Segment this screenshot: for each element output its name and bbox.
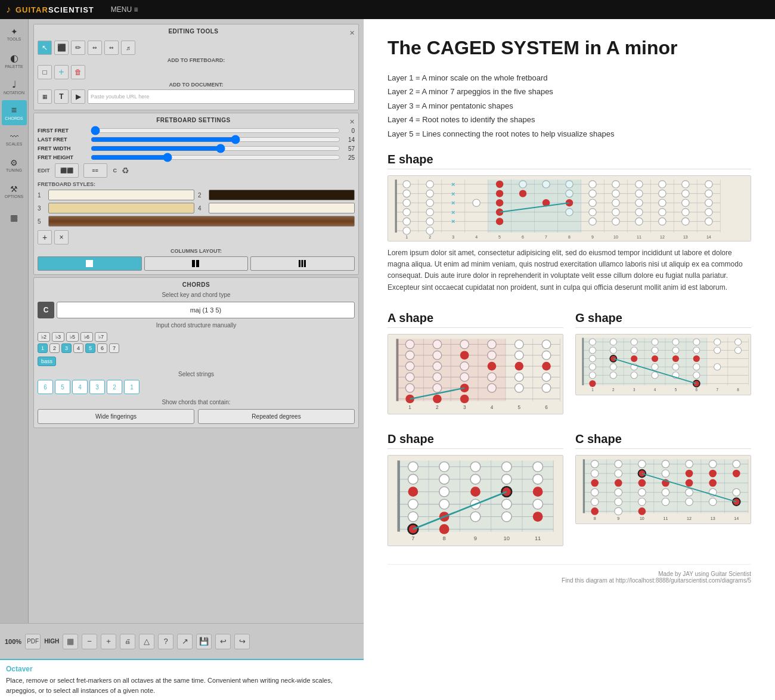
svg-point-148 <box>460 395 469 404</box>
chord-key[interactable]: C <box>38 302 54 318</box>
style-2[interactable] <box>209 190 355 200</box>
degree-5[interactable]: 5 <box>85 343 95 353</box>
svg-point-100 <box>496 218 503 225</box>
add-plus[interactable]: + <box>54 65 69 79</box>
degree-b6[interactable]: ♭6 <box>80 332 93 342</box>
recycle-icon[interactable]: ♻ <box>122 166 129 175</box>
edit-style-btn[interactable]: ≡≡ <box>83 163 107 178</box>
svg-text:6: 6 <box>696 388 698 392</box>
svg-point-237 <box>408 461 418 472</box>
rect-tool[interactable]: ⬛ <box>54 41 69 55</box>
fret-width-slider[interactable] <box>91 145 340 152</box>
svg-point-200 <box>693 372 700 379</box>
style-4[interactable] <box>209 203 355 213</box>
string-5[interactable]: 5 <box>55 380 70 394</box>
doc-play[interactable]: ▶ <box>71 89 85 104</box>
svg-point-142 <box>542 383 551 392</box>
select-tool[interactable]: ↖ <box>38 41 52 55</box>
audio-tool[interactable]: ♬ <box>121 41 135 55</box>
link-tool-1[interactable]: ⇔ <box>88 41 102 55</box>
string-3[interactable]: 3 <box>89 380 105 394</box>
degree-bass[interactable]: bass <box>38 357 56 366</box>
col-layout-2[interactable] <box>144 256 249 271</box>
style-1[interactable] <box>48 190 194 200</box>
svg-point-77 <box>659 199 666 206</box>
svg-point-47 <box>403 227 410 234</box>
close-fretboard-settings[interactable]: ✕ <box>349 118 355 126</box>
repeated-degrees-btn[interactable]: Repeated degrees <box>198 409 355 424</box>
content-area: The CAGED SYSTEM in A minor Layer 1 = A … <box>364 19 775 700</box>
string-2[interactable]: 2 <box>107 380 122 394</box>
zoom-out-btn[interactable]: − <box>82 634 97 649</box>
sidebar-item-chords[interactable]: ≡ CHORDS <box>2 100 27 125</box>
svg-point-82 <box>682 199 689 206</box>
grid-btn[interactable]: ▦ <box>63 634 78 649</box>
svg-point-189 <box>652 339 658 345</box>
pdf-btn[interactable]: PDF <box>25 634 41 649</box>
degree-b3[interactable]: ♭3 <box>52 332 64 342</box>
svg-text:×: × <box>451 218 455 225</box>
col-layout-3[interactable] <box>250 256 355 271</box>
undo-btn[interactable]: ↩ <box>215 634 231 649</box>
degree-7[interactable]: 7 <box>109 343 119 353</box>
sidebar-item-palette[interactable]: ◐ PALETTE <box>2 48 27 73</box>
degree-b2[interactable]: ♭2 <box>38 332 50 342</box>
string-1[interactable]: 1 <box>124 380 140 394</box>
svg-point-316 <box>638 507 646 515</box>
doc-grid[interactable]: ▦ <box>38 89 52 104</box>
edit-all-btn[interactable]: ⬛⬛ <box>55 163 79 178</box>
redo-btn[interactable]: ↪ <box>234 634 250 649</box>
svg-point-320 <box>709 469 717 477</box>
last-fret-slider[interactable] <box>91 136 340 143</box>
sidebar-item-tuning[interactable]: ⚙ TUNING <box>2 153 27 178</box>
degree-1[interactable]: 1 <box>38 343 48 353</box>
fret-height-slider[interactable] <box>91 154 340 161</box>
remove-style-btn[interactable]: × <box>54 230 69 244</box>
first-fret-slider[interactable] <box>91 127 340 134</box>
svg-point-61 <box>589 190 596 197</box>
chord-type[interactable]: maj (1 3 5) <box>57 302 355 318</box>
svg-point-303 <box>686 460 693 468</box>
save-btn[interactable]: 💾 <box>196 634 212 649</box>
sidebar-item-notation[interactable]: ♩ NOTATION <box>2 74 27 99</box>
wide-fingerings-btn[interactable]: Wide fingerings <box>38 409 194 424</box>
share-btn[interactable]: ↗ <box>177 634 193 649</box>
sidebar-item-scales[interactable]: 〰 SCALES <box>2 126 27 151</box>
string-4[interactable]: 4 <box>72 380 88 394</box>
menu-button[interactable]: MENU ≡ <box>111 5 138 14</box>
degree-3[interactable]: 3 <box>61 343 72 353</box>
content-footer: Made by JAY using Guitar Scientist Find … <box>388 564 751 584</box>
svg-point-292 <box>615 469 622 477</box>
triangle-btn[interactable]: △ <box>139 634 154 649</box>
sidebar-item-options[interactable]: ⚒ OPTIONS <box>2 179 27 204</box>
degree-b7[interactable]: ♭7 <box>95 332 107 342</box>
string-6[interactable]: 6 <box>38 380 53 394</box>
pencil-tool[interactable]: ✏ <box>71 41 85 55</box>
add-delete[interactable]: 🗑 <box>71 65 85 79</box>
doc-text[interactable]: T <box>54 89 69 104</box>
youtube-url-input[interactable]: Paste youtube URL here <box>88 89 355 104</box>
e-shape-description: Lorem ipsum dolor sit amet, consectetur … <box>388 247 751 293</box>
style-3[interactable] <box>48 203 194 213</box>
svg-point-66 <box>612 190 619 197</box>
close-editing-tools[interactable]: ✕ <box>349 29 355 37</box>
show-chords-label: Show chords that contain: <box>38 399 355 405</box>
degree-6[interactable]: 6 <box>97 343 107 353</box>
link-tool-2[interactable]: ⇔ <box>104 41 119 55</box>
svg-point-290 <box>591 498 599 506</box>
degree-4[interactable]: 4 <box>73 343 83 353</box>
add-rect[interactable]: □ <box>38 65 52 79</box>
add-style-btn[interactable]: + <box>38 230 52 244</box>
print-btn[interactable]: 🖨 <box>120 634 135 649</box>
sidebar-item-tools[interactable]: ✦ TOOLS <box>2 21 27 47</box>
degree-2[interactable]: 2 <box>49 343 60 353</box>
help-btn[interactable]: ? <box>158 634 173 649</box>
svg-point-42 <box>403 181 410 188</box>
style-5[interactable] <box>48 216 355 227</box>
zoom-in-btn[interactable]: + <box>101 634 116 649</box>
sidebar-item-textures[interactable]: ▦ <box>2 205 27 230</box>
svg-point-297 <box>638 488 646 496</box>
svg-point-83 <box>682 209 689 216</box>
col-layout-1[interactable] <box>38 256 142 271</box>
degree-b5[interactable]: ♭5 <box>66 332 79 342</box>
